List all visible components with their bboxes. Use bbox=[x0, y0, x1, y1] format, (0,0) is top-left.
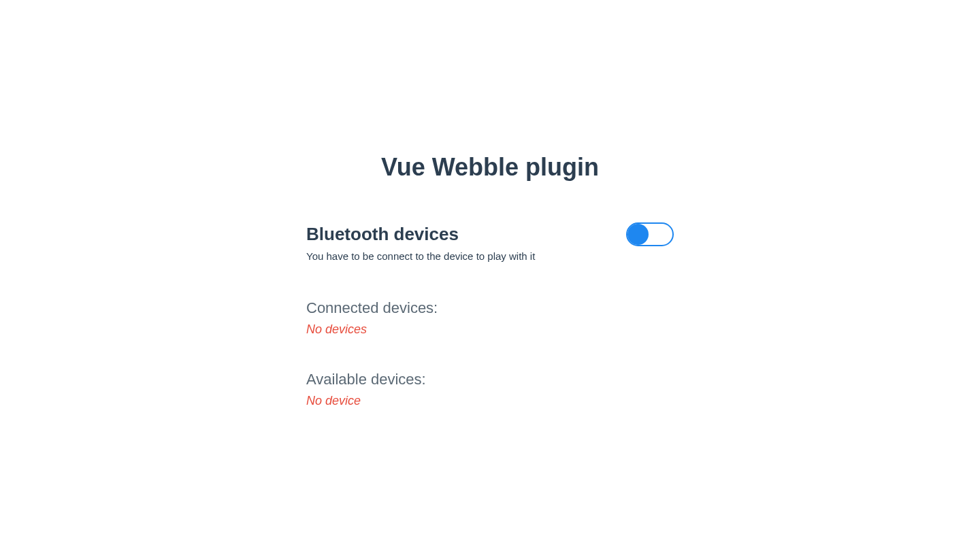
toggle-knob bbox=[627, 224, 649, 245]
available-devices-section: Available devices: No device bbox=[306, 371, 674, 408]
bluetooth-header-row: Bluetooth devices bbox=[306, 222, 674, 246]
bluetooth-section-title: Bluetooth devices bbox=[306, 224, 459, 245]
bluetooth-section-subtitle: You have to be connect to the device to … bbox=[306, 250, 674, 262]
connected-devices-label: Connected devices: bbox=[306, 299, 674, 317]
connected-devices-section: Connected devices: No devices bbox=[306, 299, 674, 337]
available-devices-label: Available devices: bbox=[306, 371, 674, 388]
page-title: Vue Webble plugin bbox=[306, 153, 674, 182]
bluetooth-toggle[interactable] bbox=[626, 222, 674, 246]
connected-devices-empty: No devices bbox=[306, 322, 674, 337]
available-devices-empty: No device bbox=[306, 394, 674, 408]
